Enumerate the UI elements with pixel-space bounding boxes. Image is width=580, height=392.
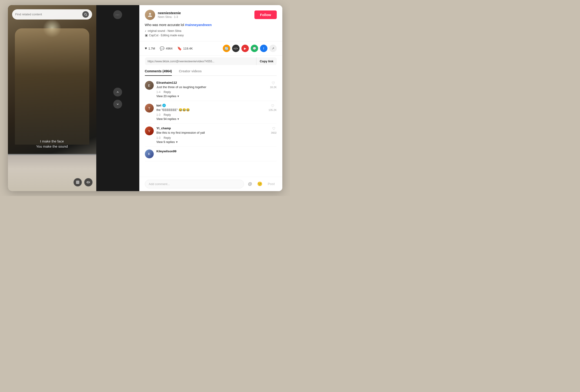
commenter-username: Eliranhaim112 [156, 81, 267, 84]
bookmark-icon: 🔖 [177, 46, 182, 51]
comment-body: Eliranhaim112 Just the three of us laugh… [156, 81, 267, 98]
comment-input-area: @ 🙂 Post [139, 177, 282, 191]
capcut-icon: ▣ [145, 33, 148, 37]
comment-meta: 1-3 Reply [156, 113, 266, 117]
post-header: neeniesteenie Neen Stina · 1-3 Follow Wh… [139, 5, 282, 42]
follow-button[interactable]: Follow [254, 10, 277, 19]
share-tiktok-icon[interactable]: 🔄 [223, 45, 230, 52]
comment-meta: 1-4 Reply [156, 90, 267, 94]
commenter-avatar: K [145, 149, 154, 158]
author-display: Neen Stina · 1-3 [158, 15, 181, 19]
author-username: neeniesteenie [158, 11, 181, 15]
commenter-avatar: E [145, 81, 154, 90]
post-comment-button[interactable]: Post [266, 181, 277, 187]
reply-button[interactable]: Reply [164, 136, 171, 139]
comment-item: K Kileywilson99 [145, 147, 277, 161]
like-heart-icon[interactable]: ♡ [271, 104, 274, 108]
svg-line-1 [86, 15, 87, 15]
comment-body: Kileywilson99 [156, 149, 277, 158]
post-link: https://www.tiktok.com/@neeniesteenie/vi… [145, 58, 256, 65]
comment-body: tori ✓ the "EEEEEEE" 😂😂😂 1-3 Reply View … [156, 104, 266, 121]
author-details: neeniesteenie Neen Stina · 1-3 [158, 11, 181, 19]
saves-stat: 🔖 119.4K [177, 46, 193, 51]
more-options-button[interactable]: ··· [113, 10, 122, 19]
commenter-avatar: Y [145, 127, 154, 135]
crop-button[interactable] [73, 178, 82, 186]
tab-creator-videos[interactable]: Creator videos [179, 67, 202, 76]
svg-marker-7 [87, 181, 88, 183]
comment-like: ♡ 3602 [271, 127, 277, 143]
video-panel: I make the face You make the sound [8, 5, 96, 191]
share-video-icon[interactable]: ▶ [241, 45, 249, 52]
copy-link-button[interactable]: Copy link [256, 57, 277, 65]
comment-item: T tori ✓ the "EEEEEEE" 😂😂😂 1-3 Reply Vie… [145, 101, 277, 124]
post-description: Who was more accurate lol #rainneyandnee… [145, 23, 277, 27]
comment-body: Yt_champ Btw this is my first impression… [156, 127, 268, 143]
comment-icon: 💬 [160, 46, 164, 51]
comments-panel: neeniesteenie Neen Stina · 1-3 Follow Wh… [139, 5, 282, 191]
view-replies-button[interactable]: View 5 replies ▾ [156, 140, 268, 144]
emoji-icon[interactable]: 🙂 [256, 180, 264, 188]
search-input[interactable] [15, 12, 80, 16]
comment-text: Just the three of us laughing together [156, 85, 267, 89]
comment-text: the "EEEEEEE" 😂😂😂 [156, 108, 266, 112]
center-panel: ··· [96, 5, 139, 191]
search-button[interactable] [82, 11, 89, 18]
share-code-icon[interactable]: </> [232, 45, 240, 52]
author-row: neeniesteenie Neen Stina · 1-3 Follow [145, 10, 277, 20]
comment-meta: 1-3 Reply [156, 136, 268, 139]
author-avatar [145, 10, 155, 20]
chevron-down-icon: ▾ [177, 118, 179, 121]
svg-point-0 [84, 13, 86, 15]
comment-text: Btw this is my first impression of yall [156, 131, 268, 135]
video-caption: I make the face You make the sound [8, 139, 96, 149]
capcut-meta: ▣ CapCut · Editing made easy [145, 33, 277, 37]
chevron-down-icon: ▾ [176, 140, 177, 144]
comment-like: ♡ 18.2K [270, 81, 277, 98]
heart-icon: ♥ [145, 46, 147, 50]
tab-comments[interactable]: Comments (4964) [145, 67, 172, 76]
video-controls [73, 178, 93, 186]
comments-list: E Eliranhaim112 Just the three of us lau… [139, 76, 282, 176]
commenter-username: Yt_champ [156, 127, 268, 130]
verified-badge: ✓ [162, 104, 166, 107]
chevron-down-icon: ▾ [177, 95, 179, 98]
like-heart-icon[interactable]: ♡ [272, 81, 275, 85]
next-video-button[interactable] [113, 100, 122, 109]
mention-icon[interactable]: @ [246, 180, 254, 188]
share-icons-row: 🔄 </> ▶ 💬 f ↗ [223, 45, 277, 52]
link-row: https://www.tiktok.com/@neeniesteenie/vi… [145, 57, 277, 65]
share-whatsapp-icon[interactable]: 💬 [251, 45, 258, 52]
share-more-icon[interactable]: ↗ [269, 45, 277, 52]
video-background: I make the face You make the sound [8, 5, 96, 191]
sound-meta: ♪ original sound - Neen Stina [145, 29, 277, 32]
navigation-arrows [113, 88, 122, 109]
reply-button[interactable]: Reply [164, 90, 171, 94]
music-icon: ♪ [145, 29, 146, 32]
comment-input[interactable] [145, 180, 244, 188]
author-info: neeniesteenie Neen Stina · 1-3 [145, 10, 181, 20]
commenter-username: Kileywilson99 [156, 149, 277, 153]
comments-stat: 💬 4964 [160, 46, 172, 51]
likes-stat: ♥ 1.7M [145, 46, 155, 50]
reply-button[interactable]: Reply [164, 113, 171, 117]
view-replies-button[interactable]: View 54 replies ▾ [156, 118, 266, 121]
stats-row: ♥ 1.7M 💬 4964 🔖 119.4K 🔄 </> ▶ 💬 f ↗ [139, 41, 282, 56]
search-bar [12, 9, 92, 19]
comment-item: Y Yt_champ Btw this is my first impressi… [145, 124, 277, 146]
comment-like: ♡ 135.2K [269, 104, 277, 121]
commenter-avatar: T [145, 104, 154, 113]
svg-rect-2 [76, 181, 79, 184]
volume-button[interactable] [84, 178, 93, 186]
comment-item: E Eliranhaim112 Just the three of us lau… [145, 78, 277, 101]
search-icon [84, 13, 87, 16]
commenter-username: tori ✓ [156, 104, 266, 107]
previous-video-button[interactable] [113, 88, 122, 97]
svg-point-8 [149, 13, 151, 15]
app-container: I make the face You make the sound [8, 5, 282, 191]
share-facebook-icon[interactable]: f [260, 45, 268, 52]
hashtag: #rainneyandneen [185, 23, 212, 27]
view-replies-button[interactable]: View 23 replies ▾ [156, 95, 267, 98]
like-heart-icon[interactable]: ♡ [272, 127, 275, 131]
tabs-row: Comments (4964) Creator videos [145, 67, 277, 76]
